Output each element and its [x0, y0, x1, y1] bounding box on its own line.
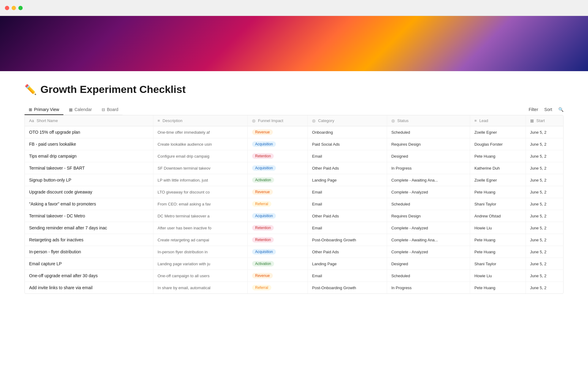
- table-icon: ⊞: [29, 107, 32, 112]
- table-row[interactable]: Terminal takeover - DC Metro DC Metro te…: [25, 210, 563, 222]
- cell-start-date: June 5, 2: [526, 258, 563, 270]
- tab-calendar[interactable]: ▦ Calendar: [65, 105, 96, 115]
- cell-funnel-impact: Revenue: [247, 270, 307, 282]
- cell-category: Other Paid Ads: [308, 162, 387, 174]
- cell-funnel-impact: Acquisition: [247, 138, 307, 150]
- cell-start-date: June 5, 2: [526, 174, 563, 186]
- cell-category: Email: [308, 186, 387, 198]
- cell-lead: Shani Taylor: [470, 198, 526, 210]
- data-table: Aa Short Name ≡ Description ◎ Funnel Imp…: [24, 115, 564, 294]
- hero-banner: [0, 16, 588, 71]
- cell-start-date: June 5, 2: [526, 246, 563, 258]
- table-row[interactable]: Terminal takeover - SF BART SF Downtown …: [25, 162, 563, 174]
- cell-short-name: Tips email drip campaign: [25, 150, 153, 162]
- cell-description: LTO giveaway for discount co: [153, 186, 247, 198]
- cell-status: In Progress: [387, 162, 470, 174]
- maximize-button[interactable]: [18, 6, 23, 10]
- cell-status: Complete - Analyzed: [387, 222, 470, 234]
- cell-description: Create retargeting ad campai: [153, 234, 247, 246]
- cell-funnel-impact: Referral: [247, 198, 307, 210]
- cell-lead: Katherine Duh: [470, 162, 526, 174]
- table-row[interactable]: Retargeting ads for inactives Create ret…: [25, 234, 563, 246]
- text-icon: Aa: [29, 118, 34, 123]
- cell-status: Designed: [387, 258, 470, 270]
- circle-icon-2: ◎: [312, 118, 315, 123]
- table-row[interactable]: One-off upgrade email after 30 days One-…: [25, 270, 563, 282]
- board-icon: ⊟: [102, 107, 105, 112]
- col-category: ◎ Category: [308, 115, 387, 126]
- table-row[interactable]: Sending reminder email after 7 days inac…: [25, 222, 563, 234]
- tab-primary-view[interactable]: ⊞ Primary View: [24, 105, 63, 115]
- table-row[interactable]: FB - paid users lookalike Create lookali…: [25, 138, 563, 150]
- table-row[interactable]: In-person - flyer distribution In-person…: [25, 246, 563, 258]
- cell-category: Email: [308, 198, 387, 210]
- minimize-button[interactable]: [12, 6, 16, 10]
- cell-category: Landing Page: [308, 258, 387, 270]
- cell-start-date: June 5, 2: [526, 270, 563, 282]
- page-content: ✏️ Growth Experiment Checklist ⊞ Primary…: [0, 71, 588, 306]
- page-title-row: ✏️ Growth Experiment Checklist: [24, 83, 564, 95]
- cell-category: Paid Social Ads: [308, 138, 387, 150]
- sort-button[interactable]: Sort: [544, 107, 552, 112]
- table-row[interactable]: Add invite links to share via email In s…: [25, 282, 563, 294]
- cell-short-name: Upgrade discount code giveaway: [25, 186, 153, 198]
- cell-short-name: In-person - flyer distribution: [25, 246, 153, 258]
- filter-button[interactable]: Filter: [529, 107, 538, 112]
- cell-status: Scheduled: [387, 126, 470, 138]
- cell-funnel-impact: Acquisition: [247, 210, 307, 222]
- cell-description: Configure email drip campaig: [153, 150, 247, 162]
- cell-start-date: June 5, 2: [526, 234, 563, 246]
- table-row[interactable]: Upgrade discount code giveaway LTO givea…: [25, 186, 563, 198]
- cell-category: Other Paid Ads: [308, 246, 387, 258]
- cell-short-name: Terminal takeover - SF BART: [25, 162, 153, 174]
- cell-status: Requires Design: [387, 210, 470, 222]
- search-button[interactable]: 🔍: [558, 107, 564, 112]
- cell-category: Onboarding: [308, 126, 387, 138]
- table-row[interactable]: Tips email drip campaign Configure email…: [25, 150, 563, 162]
- table-row[interactable]: "Asking a favor" email to promoters From…: [25, 198, 563, 210]
- cell-funnel-impact: Referral: [247, 282, 307, 294]
- tab-board[interactable]: ⊟ Board: [97, 105, 123, 115]
- cell-short-name: Retargeting ads for inactives: [25, 234, 153, 246]
- cell-funnel-impact: Retention: [247, 222, 307, 234]
- close-button[interactable]: [5, 6, 9, 10]
- cell-lead: Howie Liu: [470, 270, 526, 282]
- cell-start-date: June 5, 2: [526, 282, 563, 294]
- cell-status: Scheduled: [387, 270, 470, 282]
- cell-funnel-impact: Revenue: [247, 186, 307, 198]
- list-icon-2: ≡: [474, 118, 477, 123]
- cell-start-date: June 5, 2: [526, 186, 563, 198]
- table-row[interactable]: OTO 15% off upgrade plan One-time offer …: [25, 126, 563, 138]
- cell-short-name: OTO 15% off upgrade plan: [25, 126, 153, 138]
- cell-funnel-impact: Retention: [247, 150, 307, 162]
- cell-funnel-impact: Activation: [247, 258, 307, 270]
- cell-funnel-impact: Acquisition: [247, 246, 307, 258]
- cell-status: Requires Design: [387, 138, 470, 150]
- cell-short-name: Signup button-only LP: [25, 174, 153, 186]
- cell-category: Email: [308, 270, 387, 282]
- cell-lead: Douglas Forster: [470, 138, 526, 150]
- circle-icon-3: ◎: [391, 118, 395, 123]
- cell-short-name: FB - paid users lookalike: [25, 138, 153, 150]
- cell-short-name: "Asking a favor" email to promoters: [25, 198, 153, 210]
- table-row[interactable]: Email capture LP Landing page variation …: [25, 258, 563, 270]
- cell-lead: Pete Huang: [470, 186, 526, 198]
- cell-funnel-impact: Activation: [247, 174, 307, 186]
- col-short-name: Aa Short Name: [25, 115, 153, 126]
- cell-lead: Pete Huang: [470, 150, 526, 162]
- col-description: ≡ Description: [153, 115, 247, 126]
- cell-funnel-impact: Retention: [247, 234, 307, 246]
- cell-start-date: June 5, 2: [526, 222, 563, 234]
- cell-category: Email: [308, 150, 387, 162]
- cell-lead: Pete Huang: [470, 234, 526, 246]
- col-lead: ≡ Lead: [470, 115, 526, 126]
- cell-category: Landing Page: [308, 174, 387, 186]
- tab-board-label: Board: [107, 107, 118, 112]
- page-icon: ✏️: [24, 84, 37, 95]
- cell-short-name: Add invite links to share via email: [25, 282, 153, 294]
- col-funnel-impact: ◎ Funnel Impact: [247, 115, 307, 126]
- table-row[interactable]: Signup button-only LP LP with little inf…: [25, 174, 563, 186]
- toolbar: Filter Sort 🔍: [529, 104, 564, 115]
- cell-short-name: One-off upgrade email after 30 days: [25, 270, 153, 282]
- cell-short-name: Terminal takeover - DC Metro: [25, 210, 153, 222]
